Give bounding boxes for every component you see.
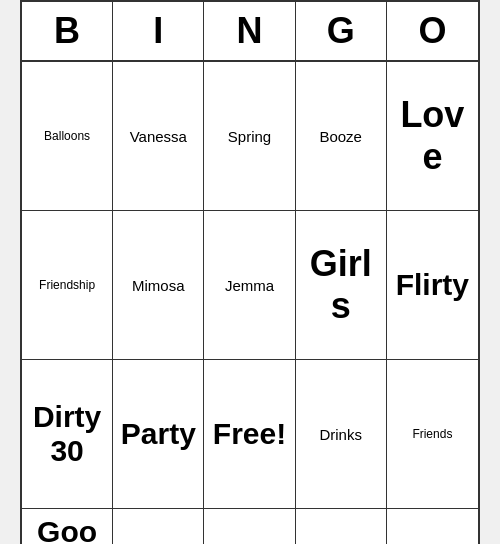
bingo-cell: Good Times [22,509,113,544]
bingo-header: BINGO [22,2,478,62]
bingo-cell: Friendship [22,211,113,360]
bingo-grid: BalloonsVanessaSpringBoozeLoveFriendship… [22,62,478,544]
header-letter: I [113,2,204,60]
header-letter: G [296,2,387,60]
bingo-cell: Jemma [204,211,295,360]
bingo-cell: Girls [296,211,387,360]
bingo-cell: Free! [204,360,295,509]
bingo-card: BINGO BalloonsVanessaSpringBoozeLoveFrie… [20,0,480,544]
bingo-cell: Vanessa [113,62,204,211]
header-letter: O [387,2,478,60]
bingo-cell: Dirty 30 [22,360,113,509]
header-letter: N [204,2,295,60]
bingo-cell: Drinks [296,360,387,509]
bingo-cell: Party [113,360,204,509]
bingo-cell: Balloons [22,62,113,211]
bingo-cell: Celebrate [204,509,295,544]
bingo-cell: Love [387,62,478,211]
bingo-cell: Cocktails [113,509,204,544]
header-letter: B [22,2,113,60]
bingo-cell: Catherine [387,509,478,544]
bingo-cell: Spring [204,62,295,211]
bingo-cell: Flirty [387,211,478,360]
bingo-cell: Cake [296,509,387,544]
bingo-cell: Booze [296,62,387,211]
bingo-cell: Friends [387,360,478,509]
bingo-cell: Mimosa [113,211,204,360]
